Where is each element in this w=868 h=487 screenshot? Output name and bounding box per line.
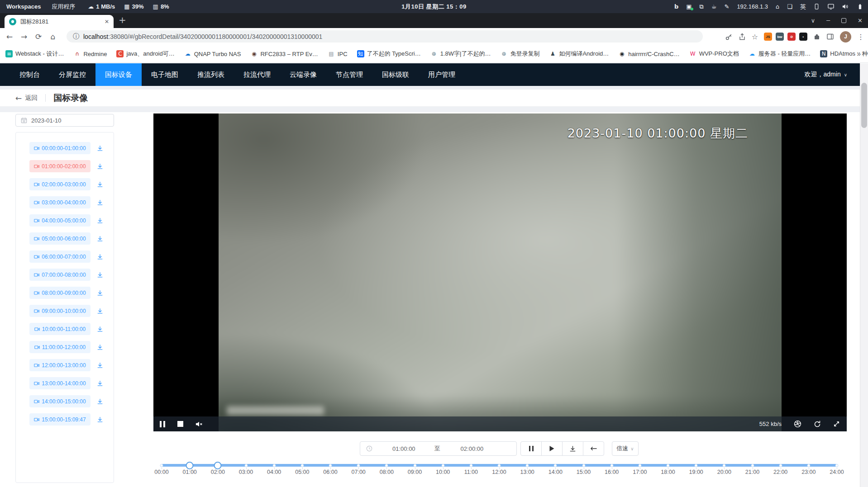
download-icon[interactable] <box>97 199 103 206</box>
bookmark-item[interactable]: ≡ Webstack - 设计… <box>5 50 64 58</box>
extensions-puzzle-icon[interactable] <box>813 33 820 40</box>
download-icon[interactable] <box>97 217 103 224</box>
nav-tab[interactable]: 电子地图 <box>142 63 188 86</box>
nav-tab[interactable]: 国标设备 <box>95 63 142 86</box>
extension-icon[interactable]: JS <box>764 33 772 41</box>
recording-clip-button[interactable]: 15:00:00-15:09:47 <box>29 413 91 426</box>
profile-avatar[interactable]: J <box>840 31 851 43</box>
display-icon[interactable] <box>827 3 835 10</box>
bookmark-item[interactable]: ⊕ 1.8W字|了不起的… <box>430 50 491 58</box>
input-language-indicator[interactable]: 英 <box>800 3 806 11</box>
page-scrollbar[interactable] <box>860 63 868 487</box>
time-range-input[interactable]: 01:00:00 至 02:00:00 <box>360 441 517 456</box>
snapshot-aperture-icon[interactable] <box>794 420 801 428</box>
bookmark-item[interactable]: ☁ 服务器 - 轻量应用… <box>749 50 811 58</box>
bookmarks-overflow-icon[interactable]: » <box>857 50 861 57</box>
volume-icon[interactable] <box>842 4 849 9</box>
download-icon[interactable] <box>97 181 103 188</box>
download-icon[interactable] <box>97 290 103 296</box>
timeline-handle[interactable] <box>186 462 194 469</box>
url-bar[interactable]: ⓘ localhost:38080/#/gbRecordDetail/34020… <box>67 30 703 43</box>
user-menu[interactable]: 欢迎，admin ∨ <box>805 71 860 79</box>
recording-clip-button[interactable]: 03:00:00-04:00:00 <box>29 196 91 208</box>
download-icon[interactable] <box>97 326 103 332</box>
back-arrow-icon[interactable]: ← <box>15 94 22 103</box>
recording-clip-button[interactable]: 09:00:00-10:00:00 <box>29 305 91 317</box>
nav-tab[interactable]: 节点管理 <box>326 63 372 86</box>
bookmark-item[interactable]: C java、android可… <box>116 50 174 58</box>
recording-clip-button[interactable]: 10:00:00-11:00:00 <box>29 323 91 335</box>
back-icon[interactable]: ← <box>3 28 16 45</box>
side-panel-icon[interactable] <box>826 33 834 40</box>
recording-clip-button[interactable]: 04:00:00-05:00:00 <box>29 214 91 227</box>
download-button[interactable] <box>562 441 583 456</box>
recording-clip-button[interactable]: 06:00:00-07:00:00 <box>29 251 91 263</box>
recording-clip-button[interactable]: 12:00:00-13:00:00 <box>29 359 91 371</box>
site-info-icon[interactable]: ⓘ <box>73 33 79 41</box>
bookmark-item[interactable]: N HDAtmos :: 种子 *… <box>820 50 868 58</box>
download-icon[interactable] <box>97 380 103 387</box>
recording-clip-button[interactable]: 11:00:00-12:00:00 <box>29 341 91 353</box>
browser-menu-icon[interactable]: ⋮ <box>857 33 864 41</box>
window-maximize-icon[interactable] <box>841 18 846 23</box>
download-icon[interactable] <box>97 308 103 314</box>
workspaces-button[interactable]: Workspaces <box>6 3 41 10</box>
seek-back-button[interactable] <box>583 441 604 456</box>
recording-clip-button[interactable]: 14:00:00-15:00:00 <box>29 395 91 407</box>
window-close-icon[interactable]: ✕ <box>858 17 863 24</box>
timeline-handle[interactable] <box>214 462 222 469</box>
browser-tab[interactable]: 国标28181 ✕ <box>5 15 114 28</box>
video-player[interactable]: 2023-01-10 01:00:00 星期二 552 kb/s <box>153 113 847 431</box>
pen-tool-icon[interactable]: ✎ <box>724 3 729 10</box>
download-icon[interactable] <box>97 145 103 151</box>
speed-dropdown[interactable]: 倍速 ∨ <box>612 441 639 456</box>
share-icon[interactable] <box>739 33 746 40</box>
extension-icon[interactable]: bw <box>776 33 784 41</box>
recording-clip-button[interactable]: 00:00:00-01:00:00 <box>29 142 91 154</box>
bookmark-item[interactable]: ⊕ 免登录复制 <box>500 50 539 58</box>
workspaces-overview-icon[interactable]: ❏ <box>787 3 792 10</box>
refresh-icon[interactable] <box>814 421 821 428</box>
coffee-icon[interactable]: ☕ <box>711 3 717 10</box>
battery-icon[interactable] <box>857 4 863 10</box>
back-button[interactable]: 返回 <box>25 94 38 102</box>
date-picker-input[interactable]: 2023-01-10 <box>15 114 114 127</box>
download-icon[interactable] <box>97 398 103 405</box>
fullscreen-icon[interactable] <box>833 421 840 427</box>
extension-icon[interactable]: ▪ <box>799 33 807 41</box>
recording-clip-button[interactable]: 07:00:00-08:00:00 <box>29 269 91 281</box>
bookmark-item[interactable]: ◉ hairrrrr/C-CrashC… <box>618 50 679 57</box>
bookmark-item[interactable]: ♟ 如何编译Android… <box>549 50 609 58</box>
player-stop-icon[interactable] <box>165 421 183 427</box>
download-icon[interactable] <box>97 416 103 423</box>
download-icon[interactable] <box>97 344 103 350</box>
nav-tab[interactable]: 推流列表 <box>188 63 234 86</box>
download-icon[interactable] <box>97 272 103 278</box>
nav-tab[interactable]: 分屏监控 <box>49 63 95 86</box>
download-icon[interactable] <box>97 236 103 242</box>
phone-link-icon[interactable] <box>814 3 820 10</box>
forward-icon[interactable]: → <box>17 28 31 45</box>
bookmark-item[interactable]: ◉ RFC2833 – RTP Ev… <box>250 50 318 57</box>
tab-close-icon[interactable]: ✕ <box>105 19 109 25</box>
window-minimize-icon[interactable]: ─ <box>826 17 830 24</box>
bookmark-item[interactable]: ∩ Redmine <box>73 50 107 57</box>
player-mute-icon[interactable] <box>196 421 203 427</box>
recording-clip-button[interactable]: 02:00:00-03:00:00 <box>29 178 91 190</box>
recording-clip-button[interactable]: 08:00:00-09:00:00 <box>29 287 91 299</box>
reload-icon[interactable]: ⟳ <box>32 28 45 45</box>
bookmark-item[interactable]: ☁ QNAP Turbo NAS <box>184 50 241 57</box>
bookmark-star-icon[interactable]: ☆ <box>752 33 758 41</box>
recording-clip-button[interactable]: 05:00:00-06:00:00 <box>29 232 91 245</box>
download-icon[interactable] <box>97 163 103 170</box>
recording-clip-button[interactable]: 01:00:00-02:00:00 <box>29 160 91 172</box>
nav-tab[interactable]: 控制台 <box>10 63 49 86</box>
ip-address[interactable]: 192.168.1.3 <box>737 3 768 10</box>
home-button-icon[interactable]: ⌂ <box>46 28 60 45</box>
bookmark-item[interactable]: ▤ IPC <box>328 50 348 57</box>
password-key-icon[interactable] <box>725 33 733 41</box>
nav-tab[interactable]: 拉流代理 <box>234 63 280 86</box>
bing-tray-icon[interactable]: b <box>674 3 678 10</box>
extension-icon[interactable]: ⊘ <box>787 33 796 41</box>
new-tab-button[interactable]: + <box>119 14 126 25</box>
